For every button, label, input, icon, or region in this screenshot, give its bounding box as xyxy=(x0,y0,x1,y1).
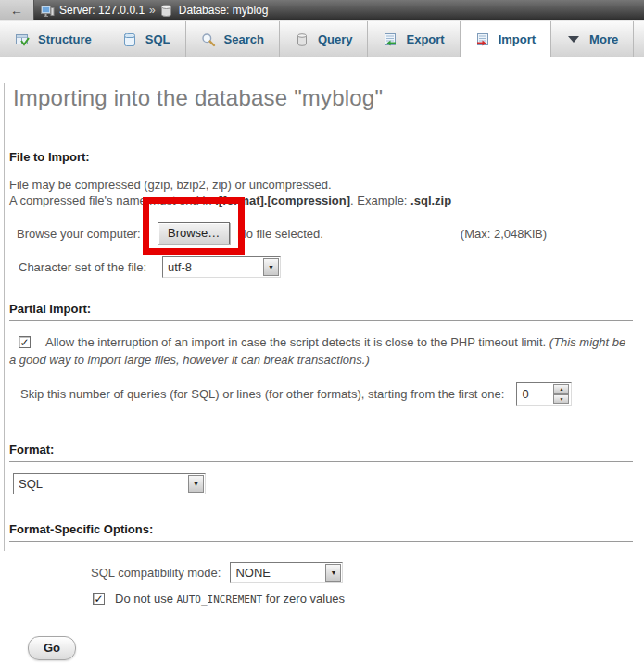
tab-query-label: Query xyxy=(318,32,353,46)
tab-more-label: More xyxy=(589,32,618,46)
max-size-text: (Max: 2,048KiB) xyxy=(461,227,547,241)
allow-interrupt-text: Allow the interruption of an import in c… xyxy=(45,335,549,349)
compression-example: .sql.zip xyxy=(410,194,451,207)
skip-queries-row: Skip this number of queries (for SQL) or… xyxy=(9,382,635,406)
no-file-selected-text: No file selected. xyxy=(237,227,323,241)
tab-bar: Structure SQL Search Query Export Import… xyxy=(0,20,644,57)
breadcrumb-server[interactable]: Server: 127.0.0.1 xyxy=(59,4,145,17)
breadcrumb-separator: » xyxy=(149,4,156,17)
server-icon xyxy=(41,4,55,18)
spinner-up-icon[interactable]: ▲ xyxy=(553,384,569,394)
auto-increment-text: Do not use AUTO_INCREMENT for zero value… xyxy=(115,592,345,606)
browse-button[interactable]: Browse… xyxy=(158,222,230,244)
compression-line2-mid: . Example: xyxy=(350,194,410,207)
tab-sql-label: SQL xyxy=(145,32,170,46)
import-icon xyxy=(475,32,490,47)
content-left-border xyxy=(4,83,5,551)
breadcrumb-bar: ← Server: 127.0.0.1 » Database: myblog xyxy=(0,0,644,20)
format-heading: Format: xyxy=(9,443,633,462)
tab-search[interactable]: Search xyxy=(186,21,280,57)
tab-export-label: Export xyxy=(406,32,444,46)
go-row: Go xyxy=(9,636,635,660)
sql-compat-select-value: NONE xyxy=(231,563,324,582)
allow-interrupt-row: ✓ Allow the interruption of an import in… xyxy=(9,333,632,369)
tab-sql[interactable]: SQL xyxy=(107,21,186,57)
charset-dropdown-arrow-icon[interactable]: ▼ xyxy=(263,258,279,276)
sql-compat-label: SQL compatibility mode: xyxy=(91,566,221,580)
compression-format-pattern: .[format].[compression] xyxy=(215,194,350,207)
query-icon xyxy=(295,32,309,47)
browse-label: Browse your computer: xyxy=(17,227,158,241)
skip-queries-input[interactable]: 0 ▲ ▼ xyxy=(516,382,572,406)
tab-structure-label: Structure xyxy=(38,32,92,46)
compression-info-text: File may be compressed (gzip, bzip2, zip… xyxy=(9,177,635,208)
file-to-import-heading: File to Import: xyxy=(9,150,633,169)
chevron-down-icon xyxy=(566,32,581,47)
tab-import[interactable]: Import xyxy=(461,21,551,57)
breadcrumb-database[interactable]: Database: myblog xyxy=(179,4,269,17)
charset-row: Character set of the file: utf-8 ▼ xyxy=(9,256,635,278)
export-icon xyxy=(383,32,398,47)
spinner-down-icon[interactable]: ▼ xyxy=(553,394,569,404)
skip-queries-label: Skip this number of queries (for SQL) or… xyxy=(20,387,504,401)
compression-line1: File may be compressed (gzip, bzip2, zip… xyxy=(9,178,332,192)
back-button[interactable]: ← xyxy=(0,0,34,20)
database-icon xyxy=(160,4,174,18)
tab-search-label: Search xyxy=(224,32,264,46)
sql-compat-select[interactable]: NONE ▼ xyxy=(230,562,343,583)
compat-dropdown-arrow-icon[interactable]: ▼ xyxy=(325,564,341,582)
format-row: SQL ▼ xyxy=(9,473,635,494)
tab-more[interactable]: More xyxy=(551,21,634,57)
main-content: Importing into the database "myblog" Fil… xyxy=(0,83,644,660)
auto-increment-prefix: Do not use xyxy=(115,592,177,606)
auto-increment-row: ✓ Do not use AUTO_INCREMENT for zero val… xyxy=(9,592,635,606)
auto-increment-suffix: for zero values xyxy=(262,592,345,606)
auto-increment-checkbox[interactable]: ✓ xyxy=(93,593,105,605)
charset-select[interactable]: utf-8 ▼ xyxy=(162,256,281,278)
sql-icon xyxy=(122,32,137,47)
partial-import-heading: Partial Import: xyxy=(9,302,633,321)
format-select[interactable]: SQL ▼ xyxy=(13,473,206,494)
charset-select-value: utf-8 xyxy=(163,257,262,277)
back-arrow-icon: ← xyxy=(10,3,23,18)
skip-queries-value: 0 xyxy=(518,387,553,401)
skip-queries-spinner: ▲ ▼ xyxy=(553,384,569,404)
format-select-value: SQL xyxy=(14,474,187,494)
tab-query[interactable]: Query xyxy=(280,21,369,57)
sql-compat-row: SQL compatibility mode: NONE ▼ xyxy=(9,562,635,583)
browse-row: Browse your computer: Browse… No file se… xyxy=(9,222,635,244)
page-title: Importing into the database "myblog" xyxy=(13,83,635,113)
tab-structure[interactable]: Structure xyxy=(0,21,107,57)
go-button[interactable]: Go xyxy=(28,636,76,660)
charset-label: Character set of the file: xyxy=(19,260,162,274)
format-options-heading: Format-Specific Options: xyxy=(9,522,633,542)
tab-export[interactable]: Export xyxy=(368,21,460,57)
auto-increment-code: AUTO_INCREMENT xyxy=(177,594,263,606)
tab-import-label: Import xyxy=(499,32,536,46)
breadcrumb: Server: 127.0.0.1 » Database: myblog xyxy=(41,4,268,18)
compression-line2-prefix: A compressed file's name must end in xyxy=(9,194,215,207)
search-icon xyxy=(201,32,216,47)
allow-interrupt-checkbox[interactable]: ✓ xyxy=(19,336,31,348)
format-dropdown-arrow-icon[interactable]: ▼ xyxy=(188,475,204,493)
structure-icon xyxy=(15,32,30,47)
